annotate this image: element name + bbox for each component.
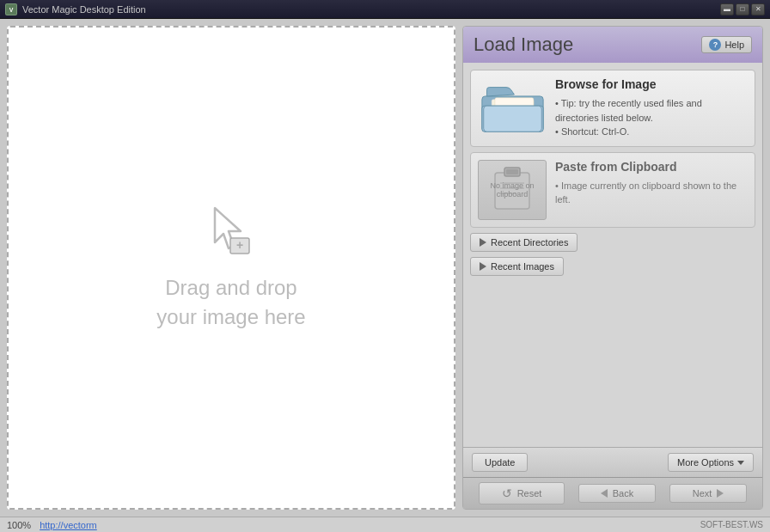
title-bar: V Vector Magic Desktop Edition ▬ □ ✕: [0, 0, 770, 19]
browse-tip1: • Tip: try the recently used files and d…: [555, 96, 748, 125]
folder-icon: [480, 80, 545, 136]
panel-content: Browse for Image • Tip: try the recently…: [463, 63, 762, 447]
close-button[interactable]: ✕: [751, 3, 765, 15]
panel-header: Load Image ? Help: [463, 27, 762, 63]
right-panel: Load Image ? Help: [462, 26, 763, 510]
cursor-svg: +: [208, 204, 255, 255]
navigation-bar: ↺ Reset Back Next: [463, 477, 762, 509]
app-title: Vector Magic Desktop Edition: [22, 4, 146, 15]
reset-icon: ↺: [502, 486, 512, 500]
browse-card[interactable]: Browse for Image • Tip: try the recently…: [470, 70, 755, 147]
help-icon: ?: [709, 39, 721, 51]
paste-text: Paste from Clipboard • Image currently o…: [555, 160, 748, 220]
svg-text:+: +: [235, 238, 242, 252]
drop-zone[interactable]: + Drag and drop your image here: [7, 26, 455, 510]
paste-card[interactable]: No image on clipboard Paste from Clipboa…: [470, 152, 755, 228]
main-window: + Drag and drop your image here Load Ima…: [0, 19, 770, 532]
help-button[interactable]: ? Help: [701, 36, 752, 53]
recent-images-button[interactable]: Recent Images: [470, 257, 564, 276]
svg-text:V: V: [9, 7, 14, 13]
paste-title: Paste from Clipboard: [555, 160, 748, 174]
update-button[interactable]: Update: [472, 453, 528, 472]
window-controls: ▬ □ ✕: [720, 3, 765, 15]
more-options-button[interactable]: More Options: [668, 453, 754, 472]
clipboard-text-label: No image on clipboard: [479, 181, 546, 199]
cursor-icon-wrap: +: [208, 204, 255, 265]
clipboard-preview: No image on clipboard: [478, 160, 547, 220]
zoom-level: 100%: [7, 520, 31, 530]
svg-rect-11: [506, 169, 518, 174]
minimize-button[interactable]: ▬: [720, 3, 734, 15]
expand-dirs-icon: [480, 238, 486, 247]
browse-title: Browse for Image: [555, 77, 748, 91]
maximize-button[interactable]: □: [736, 3, 749, 15]
back-arrow-icon: [601, 489, 608, 498]
reset-button[interactable]: ↺ Reset: [479, 482, 565, 504]
browse-tip2: • Shortcut: Ctrl-O.: [555, 125, 748, 139]
recent-directories-button[interactable]: Recent Directories: [470, 233, 578, 252]
panel-title: Load Image: [474, 34, 573, 56]
content-area: + Drag and drop your image here Load Ima…: [0, 19, 770, 517]
chevron-down-icon: [737, 461, 744, 465]
website-link[interactable]: http://vectorm: [40, 520, 97, 530]
browse-text: Browse for Image • Tip: try the recently…: [555, 77, 748, 139]
next-button[interactable]: Next: [669, 484, 747, 503]
panel-bottom-bar: Update More Options: [463, 447, 762, 477]
folder-icon-wrap: [478, 77, 547, 138]
drag-drop-text: Drag and drop your image here: [156, 273, 305, 331]
expand-images-icon: [480, 262, 486, 271]
watermark-text: SOFT-BEST.WS: [700, 520, 763, 529]
back-button[interactable]: Back: [578, 484, 656, 503]
paste-tip: • Image currently on clipboard shown to …: [555, 179, 748, 207]
app-icon: V: [5, 3, 17, 15]
next-arrow-icon: [717, 489, 724, 498]
status-bar: 100% http://vectorm SOFT-BEST.WS: [0, 517, 770, 532]
